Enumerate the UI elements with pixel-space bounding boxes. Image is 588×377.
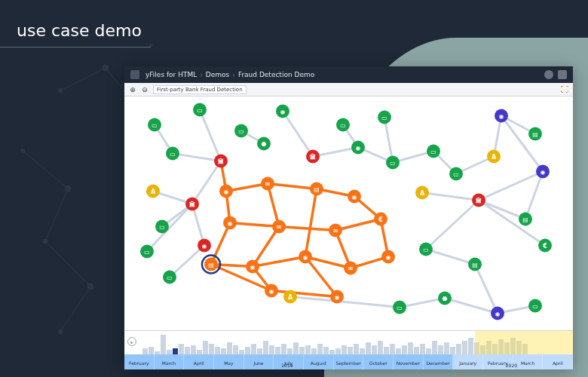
graph-node[interactable]: ▤ — [310, 182, 323, 196]
timeline-month[interactable]: September — [334, 354, 364, 369]
timeline-bars[interactable]: ▸ — [124, 331, 573, 354]
graph-node[interactable]: ▭ — [193, 103, 207, 117]
fullscreen-icon[interactable]: ⛶ — [561, 85, 568, 93]
timeline-bar[interactable] — [426, 348, 431, 354]
timeline-bar[interactable] — [420, 344, 425, 354]
timeline-bar[interactable] — [341, 345, 347, 354]
graph-node[interactable]: 🏛 — [306, 150, 320, 164]
graph-node[interactable]: ◉ — [223, 216, 237, 230]
timeline-bar[interactable] — [444, 342, 449, 354]
timeline-bar[interactable] — [233, 345, 238, 354]
graph-node[interactable]: ✉ — [344, 262, 357, 275]
timeline-bar[interactable] — [269, 345, 274, 354]
graph-node[interactable]: ▭ — [449, 167, 463, 181]
graph-node[interactable]: ▤ — [468, 258, 482, 271]
timeline-bar[interactable] — [173, 348, 178, 354]
graph-node[interactable]: ◉ — [198, 239, 211, 253]
graph-node[interactable]: ✉ — [272, 220, 286, 234]
timeline-bar[interactable] — [142, 348, 148, 354]
graph-node[interactable]: ◉ — [381, 250, 395, 264]
timeline-bar[interactable] — [203, 341, 208, 354]
timeline-bar[interactable] — [275, 347, 280, 354]
timeline-bar[interactable] — [408, 342, 413, 354]
graph-node[interactable]: ◉ — [330, 290, 344, 304]
graph-node[interactable]: ▤ — [528, 127, 542, 141]
timeline-bar[interactable] — [354, 344, 359, 354]
timeline-bar[interactable] — [414, 347, 419, 354]
graph-node[interactable]: ✉ — [329, 224, 342, 238]
zoom-in-button[interactable]: ⊕ — [129, 86, 136, 93]
graph-node[interactable]: ▤ — [202, 256, 220, 274]
github-icon[interactable] — [544, 70, 553, 79]
timeline-bar[interactable] — [360, 348, 365, 354]
graph-node[interactable]: ◉ — [276, 105, 289, 118]
graph-node[interactable]: ▭ — [234, 124, 248, 138]
graph-node[interactable]: ▭ — [140, 245, 154, 259]
graph-node[interactable]: ▭ — [528, 299, 542, 313]
timeline-bar[interactable] — [311, 348, 317, 354]
timeline-bar[interactable] — [450, 347, 455, 354]
play-button[interactable]: ▸ — [127, 337, 136, 346]
graph-node[interactable]: ▭ — [393, 301, 406, 314]
graph-node[interactable]: A — [283, 290, 297, 304]
graph-node[interactable]: 🏛 — [472, 194, 485, 207]
timeline-bar[interactable] — [402, 345, 407, 354]
timeline-bar[interactable] — [179, 344, 184, 354]
graph-node[interactable]: ▭ — [166, 147, 179, 161]
timeline-bar[interactable] — [227, 342, 232, 354]
graph-node[interactable]: ◉ — [495, 109, 508, 123]
timeline-bar[interactable] — [281, 344, 286, 354]
timeline-bar[interactable] — [323, 347, 329, 354]
timeline-bar[interactable] — [245, 347, 250, 354]
timeline-bar[interactable] — [390, 344, 395, 354]
graph-node[interactable]: € — [374, 213, 387, 226]
breadcrumb-root[interactable]: yFiles for HTML — [145, 71, 197, 78]
graph-node[interactable]: ◉ — [246, 260, 259, 274]
timeline-month[interactable]: March — [513, 354, 544, 369]
timeline-bar[interactable] — [348, 347, 353, 354]
graph-node[interactable]: ▭ — [427, 145, 440, 158]
timeline-month[interactable]: March — [155, 354, 185, 369]
graph-node[interactable]: A — [146, 185, 160, 198]
timeline-bar[interactable] — [185, 347, 190, 354]
timeline-month[interactable]: November — [394, 354, 424, 369]
graph-node[interactable]: ◉ — [299, 250, 312, 264]
graph-node[interactable]: 🏛 — [185, 198, 199, 211]
graph-node[interactable]: ◉ — [351, 141, 365, 155]
graph-node[interactable]: A — [415, 186, 429, 200]
graph-node[interactable]: ▭ — [163, 271, 176, 284]
timeline-month[interactable]: January — [453, 354, 483, 369]
timeline-month[interactable]: April — [184, 354, 214, 369]
graph-node[interactable]: ▭ — [155, 220, 169, 234]
breadcrumb-section[interactable]: Demos — [206, 71, 229, 78]
graph-node[interactable]: ▭ — [419, 243, 433, 256]
timeline-bar[interactable] — [438, 345, 443, 354]
graph-node[interactable]: ◉ — [348, 190, 361, 204]
graph-node[interactable]: ◉ — [265, 284, 278, 298]
graph-node[interactable]: ◉ — [491, 307, 504, 320]
timeline-month[interactable]: October — [363, 354, 394, 369]
timeline-month[interactable]: June — [244, 354, 274, 369]
timeline-bar[interactable] — [191, 345, 196, 354]
timeline-bar[interactable] — [378, 341, 383, 354]
timeline-bar[interactable] — [215, 347, 220, 354]
graph-node[interactable]: ▭ — [336, 118, 350, 132]
timeline-bar[interactable] — [257, 348, 262, 354]
graph-node[interactable]: ◉ — [219, 185, 233, 198]
timeline-bar[interactable] — [209, 344, 214, 354]
timeline-month[interactable]: August — [304, 354, 334, 369]
timeline-axis[interactable]: FebruaryMarchAprilMayJuneJulyAugustSepte… — [124, 354, 573, 369]
graph-node[interactable]: ◉ — [536, 165, 550, 179]
timeline-bar[interactable] — [456, 344, 461, 354]
timeline-bar[interactable] — [396, 348, 401, 354]
timeline-month[interactable]: February — [124, 354, 155, 369]
timeline-bar[interactable] — [384, 347, 389, 354]
timeline-bar[interactable] — [299, 347, 305, 354]
timeline-bar[interactable] — [468, 338, 473, 354]
graph-node[interactable]: A — [487, 150, 501, 164]
timeline-bar[interactable] — [335, 348, 341, 354]
timeline-bar[interactable] — [462, 341, 467, 354]
timeline-bar[interactable] — [251, 344, 256, 354]
settings-icon[interactable] — [558, 70, 567, 79]
timeline-bar[interactable] — [221, 348, 226, 354]
